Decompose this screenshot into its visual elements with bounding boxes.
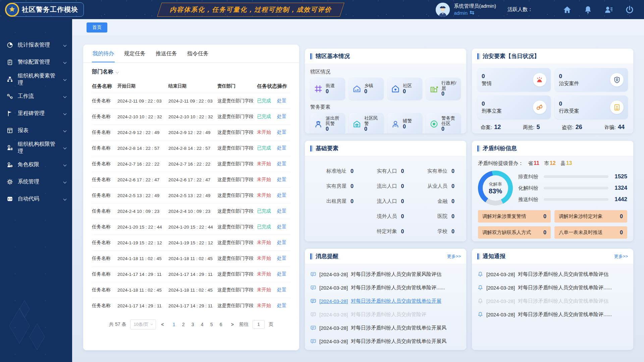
handle-link[interactable]: 处置 xyxy=(277,271,290,277)
department-filter[interactable]: 部门名称 xyxy=(92,68,290,75)
sidebar-item-org-permission[interactable]: 组织机构权限管理 xyxy=(0,139,72,156)
base-col-2: 实有人口 0 流出人口 0 流入人口 0 境外人员 0 特定对象 xyxy=(358,164,409,241)
task-name-cell: 任务名称 xyxy=(92,287,117,293)
tab-home[interactable]: 首页 xyxy=(87,22,107,33)
stat-card-town[interactable]: 乡镇 0 xyxy=(349,78,384,100)
sidebar-item-statistics-report[interactable]: 统计报表管理 xyxy=(0,37,72,54)
base-stat: 学校 0 xyxy=(409,224,459,239)
message-item[interactable]: [2024-03-28] 对每日涉矛盾纠纷人员交由管险评 xyxy=(310,308,461,321)
handle-link[interactable]: 处置 xyxy=(277,255,290,261)
power-icon[interactable] xyxy=(625,5,634,14)
more-link[interactable]: 更多>> xyxy=(447,253,461,259)
flag-icon xyxy=(7,110,13,117)
security-stats-row: 命案:12 两抢:5 盗窃:26 诈骗:44 xyxy=(477,119,628,131)
department-cell: 这是责任部门字段 xyxy=(217,255,257,261)
sidebar-item-auto-code[interactable]: 自动代码 xyxy=(0,190,72,207)
handle-link[interactable]: 处置 xyxy=(277,145,290,151)
page-number[interactable]: 4 xyxy=(198,322,207,327)
goto-page-input[interactable]: 1 xyxy=(253,320,265,329)
start-date-cell: 2024-2-9 12 : 22 : 49 xyxy=(117,130,168,135)
next-page-button[interactable]: > xyxy=(230,322,235,327)
sidebar-item-system[interactable]: 系统管理 xyxy=(0,173,72,190)
message-item[interactable]: [2024-03-28] 对每日涉矛盾纠纷人员交由管线单位开展 xyxy=(310,294,461,308)
handle-link[interactable]: 处置 xyxy=(277,98,290,104)
chevron-down-icon xyxy=(63,44,67,47)
stat-card-village[interactable]: 行政村/居 0 xyxy=(426,78,461,100)
dispute-warning-button[interactable]: 调解对象涉特定对象 0 xyxy=(554,210,627,223)
handle-link[interactable]: 处置 xyxy=(277,240,290,246)
security-card-admin-cases[interactable]: 0 行政受案 xyxy=(555,96,628,119)
task-name-cell: 任务名称 xyxy=(92,271,117,277)
page-size-select[interactable]: 10条/页 xyxy=(130,319,156,329)
security-card-public-cases[interactable]: 0 治安案件 xyxy=(555,68,628,92)
security-card-alerts[interactable]: 0 警情 xyxy=(477,68,551,92)
dispute-warning-button[interactable]: 调解双方缺联系人方式 0 xyxy=(478,226,551,239)
page-number[interactable]: 1 xyxy=(169,322,179,327)
more-link[interactable]: 更多>> xyxy=(614,253,628,259)
avatar[interactable] xyxy=(436,3,450,17)
security-card-criminal-cases[interactable]: 0 刑事立案 xyxy=(477,96,551,119)
page-number[interactable]: 2 xyxy=(179,322,188,327)
group-label-police: 警务要素 xyxy=(310,104,461,110)
handle-link[interactable]: 处置 xyxy=(277,114,290,120)
sidebar: 统计报表管理 警综配置管理 组织机构要素管理 xyxy=(0,19,72,362)
dispute-warning-button[interactable]: 八单一表未及时推送 0 xyxy=(554,226,627,239)
notice-item[interactable]: [2024-03-28] 对每日涉矛盾纠纷人员交由管线单险评...... xyxy=(477,308,628,321)
stat-card-community[interactable]: 社区 0 xyxy=(387,78,422,100)
home-icon[interactable] xyxy=(563,5,572,14)
message-item[interactable]: [2024-03-28] 对每日涉矛盾纠纷人员交由管展风险评估 xyxy=(310,267,461,281)
sidebar-item-report[interactable]: 报表 xyxy=(0,122,72,139)
sidebar-item-milestone[interactable]: 里程碑管理 xyxy=(0,105,72,122)
notice-item[interactable]: [2024-03-28] 对每日涉矛盾纠纷人员交由管线单险评估 xyxy=(477,294,628,308)
handle-link[interactable]: 处置 xyxy=(277,224,290,230)
handle-link[interactable]: 处置 xyxy=(277,303,290,309)
table-row: 任务名称 2024-2-4 10 : 09 : 23 2024-2-4 10 :… xyxy=(92,203,290,219)
dispute-warning-button[interactable]: 调解对象涉重复警情 0 xyxy=(478,210,551,223)
stat-card-street[interactable]: 街道 0 xyxy=(310,78,345,100)
bar-track xyxy=(544,175,608,178)
stat-card-aux-police[interactable]: 辅警 0 xyxy=(387,113,422,133)
chevron-down-icon xyxy=(63,78,67,81)
task-name-cell: 任务名称 xyxy=(92,145,117,151)
message-text: 对每日涉矛盾纠纷人员交由管线单位开展 xyxy=(351,298,441,304)
message-item[interactable]: [2024-03-28] 对每日涉矛盾纠纷人员交由管线单位开展风 xyxy=(310,335,461,348)
goto-label: 前往 xyxy=(239,321,249,327)
bar-track xyxy=(544,187,608,189)
contacts-icon[interactable] xyxy=(604,5,613,14)
department-cell: 这是责任部门字段 xyxy=(217,192,257,198)
handle-link[interactable]: 处置 xyxy=(277,208,290,214)
chevron-down-icon xyxy=(63,197,67,201)
tab-instruction-tasks[interactable]: 指令任务 xyxy=(186,45,209,62)
tab-my-todo[interactable]: 我的待办 xyxy=(92,45,115,62)
page-number[interactable]: 3 xyxy=(188,322,198,327)
message-item[interactable]: [2024-03-28] 对每日涉矛盾纠纷人员交由管线单险评...... xyxy=(310,281,461,294)
page-number[interactable]: 6 xyxy=(216,322,226,327)
tab-pushed-tasks[interactable]: 推送任务 xyxy=(155,45,178,62)
notice-item[interactable]: [2024-03-28] 对每日涉矛盾纠纷人员交由管线单险评估 xyxy=(477,267,628,281)
page-number[interactable]: 5 xyxy=(207,322,216,327)
handle-link[interactable]: 处置 xyxy=(277,287,290,293)
bell-icon[interactable] xyxy=(584,5,592,14)
handle-link[interactable]: 处置 xyxy=(277,129,290,135)
handle-link[interactable]: 处置 xyxy=(277,192,290,198)
notice-item[interactable]: [2024-03-28] 对每日涉矛盾纠纷人员交由管线单险评...... xyxy=(477,281,628,294)
switch-user-icon[interactable]: ⇆ xyxy=(470,9,474,16)
sidebar-item-police-config[interactable]: 警综配置管理 xyxy=(0,54,72,71)
stat-card-station-officer[interactable]: 派出所民警 0 xyxy=(310,113,345,133)
department-cell: 这是责任部门字段 xyxy=(217,224,257,230)
sidebar-item-org-elements[interactable]: 组织机构要素管理 xyxy=(0,71,72,88)
table-row: 任务名称 2024-2-10 10 : 22 : 32 2024-2-10 10… xyxy=(92,109,290,124)
crime-stat: 命案:12 xyxy=(481,124,501,131)
prev-page-button[interactable]: < xyxy=(160,322,165,327)
tab-regular-tasks[interactable]: 规定任务 xyxy=(123,45,146,62)
message-item[interactable]: [2024-03-28] 对每日涉矛盾纠纷人员交由管线单位开展风 xyxy=(310,321,461,335)
dispute-bar-row: 推送纠纷 1442 xyxy=(518,194,627,205)
sidebar-item-role-permission[interactable]: 角色权限 xyxy=(0,156,72,173)
handle-link[interactable]: 处置 xyxy=(277,161,290,167)
stat-card-police-area[interactable]: 警务责任区 0 xyxy=(426,113,461,133)
total-count: 共 57 条 xyxy=(109,321,126,327)
sidebar-item-workflow[interactable]: 工作流 xyxy=(0,88,72,105)
status-badge: 未开始 xyxy=(257,271,277,277)
handle-link[interactable]: 处置 xyxy=(277,177,290,183)
stat-card-community-officer[interactable]: 社区民警 0 xyxy=(349,113,384,133)
